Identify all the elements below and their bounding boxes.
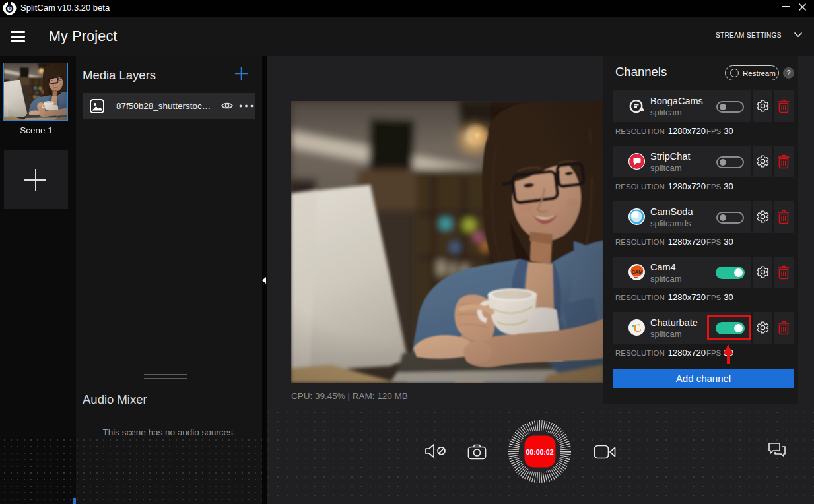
svg-text:CAM: CAM xyxy=(631,269,643,275)
svg-text:00:00:02: 00:00:02 xyxy=(526,448,553,456)
